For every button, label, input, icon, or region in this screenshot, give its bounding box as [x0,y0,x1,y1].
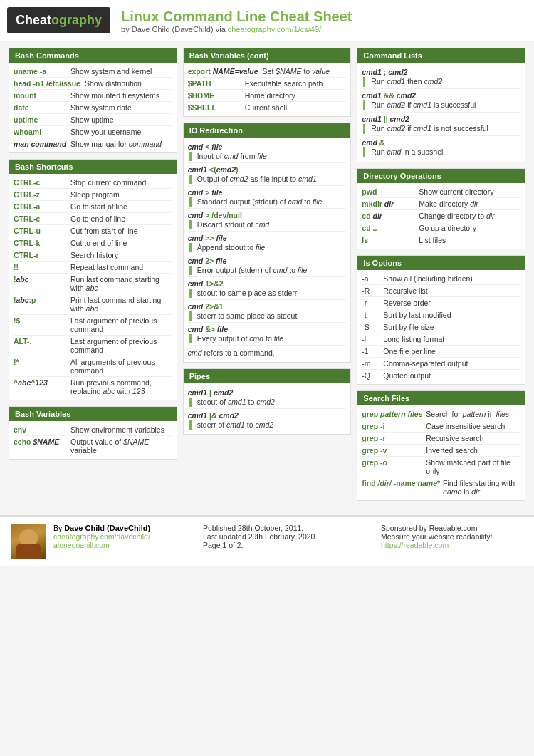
pipe-desc: stderr of cmd1 to cmd2 [189,420,347,430]
cheatography-link[interactable]: cheatography.com/1/cs/49/ [228,25,321,33]
ls-options-section: ls Options -a Show all (including hidden… [357,255,525,385]
io-cmd: cmd 2>&1 [188,301,347,311]
cmd-desc: Show manual for command [70,140,172,148]
footer-publication: Published 28th October, 2011. Last updat… [203,524,374,549]
io-cmd: cmd 1>&2 [188,279,347,289]
cmd-key: !$ [14,316,70,325]
table-row: grep -i Case insensitive search [362,420,520,433]
cmd-key: export NAME=value [188,67,263,76]
table-row: CTRL-c Stop current command [14,177,172,189]
cmd-key: echo $NAME [14,437,70,446]
table-row: -r Reverse order [362,297,520,309]
cmd-desc: Output value of $NAME variable [70,437,172,455]
cmd-key: cd .. [362,224,419,232]
cmd-desc: Show uptime [70,115,172,124]
footer-sponsor: Sponsored by Readable.com Measure your w… [381,524,523,549]
cmd-key: CTRL-a [14,202,70,211]
table-row: !$ Last argument of previous command [14,315,172,336]
sf-key: grep -i [362,422,426,430]
main-content: Bash Commands uname -a Show system and k… [0,42,534,512]
cl-cmd: cmd & [362,138,520,147]
table-row: cmd >> file Append stdout to file [188,232,347,254]
bash-variables-body: env Show environment variables echo $NAM… [9,421,177,459]
table-row: CTRL-k Cut to end of line [14,237,172,249]
table-row: pwd Show current directory [362,186,520,198]
table-row: cmd 1>&2 stdout to same place as stderr [188,277,347,300]
ls-desc: Recursive list [383,286,427,295]
sf-desc: Find files starting with name in dir [443,479,520,496]
table-row: -Q Quoted output [362,370,520,381]
table-row: env Show environment variables [14,424,172,436]
author-name: Dave Child (DaveChild) [64,524,150,532]
cmd-desc: Show environment variables [70,425,172,434]
bash-commands-section: Bash Commands uname -a Show system and k… [9,48,177,153]
ls-options-body: -a Show all (including hidden) -R Recurs… [357,270,525,384]
table-row: cmd 2> file Error output (stderr) of cmd… [188,254,347,277]
bash-variables-cont-section: Bash Variables (cont) export NAME=value … [183,48,352,117]
author-label: By Dave Child (DaveChild) [53,524,150,532]
cmd-key: mkdir dir [362,200,419,208]
cl-cmd: cmd1 ; cmd2 [362,67,520,77]
cmd-key: ls [362,236,419,244]
sf-desc: Recursive search [426,434,520,442]
table-row: grep -v Inverted search [362,445,520,457]
cmd-desc: Run previous command, replacing abc with… [70,378,172,395]
io-desc: Standard output (stdout) of cmd to file [189,197,347,207]
sponsor-link[interactable]: https://readable.com [381,541,449,549]
io-redirection-body: cmd < file Input of cmd from file cmd1 <… [184,138,351,362]
cmd-desc: Show distribution [85,79,172,88]
cmd-desc: Print last command starting with abc [70,296,172,313]
updated-text: Last updated 29th February, 2020. [203,532,317,541]
cmd-desc: Executable search path [245,79,347,88]
directory-ops-body: pwd Show current directory mkdir dir Mak… [357,183,525,249]
sf-desc: Inverted search [426,446,520,455]
io-desc: Discard stdout of cmd [189,220,347,229]
table-row: -m Comma-separated output [362,358,520,370]
table-row: cmd1 ; cmd2 Run cmd1 then cmd2 [362,66,520,89]
table-row: ALT-. Last argument of previous command [14,336,172,356]
cmd-desc: Search history [70,251,172,259]
ls-desc: Reverse order [383,299,431,307]
io-cmd: cmd > file [188,187,347,197]
table-row: export NAME=value Set $NAME to value [188,66,347,78]
pipe-cmd: cmd1 | cmd2 [188,388,347,398]
pipes-section: Pipes cmd1 | cmd2 stdout of cmd1 to cmd2… [183,368,352,435]
cmd-key: $HOME [188,91,245,100]
search-files-body: grep pattern files Search for pattern in… [357,405,525,500]
ls-options-header: ls Options [357,256,525,270]
cl-cmd: cmd1 || cmd2 [362,114,520,124]
io-desc: stderr to same place as stdout [189,311,347,321]
page-text: Page 1 of 2. [203,541,244,549]
table-row: date Show system date [14,102,172,114]
bash-variables-cont-header: Bash Variables (cont) [184,48,351,63]
table-row: find /dir/ -name name* Find files starti… [362,477,520,497]
cmd-key: cd dir [362,212,419,220]
ls-desc: Show all (including hidden) [383,274,473,283]
ls-key: -a [362,274,383,283]
command-lists-body: cmd1 ; cmd2 Run cmd1 then cmd2 cmd1 && c… [357,63,525,162]
cmd-key: CTRL-c [14,178,70,187]
table-row: cd .. Go up a directory [362,222,520,234]
table-row: mkdir dir Make directory dir [362,198,520,210]
sf-key: grep pattern files [362,410,426,418]
cmd-desc: Stop current command [70,178,172,187]
table-row: -S Sort by file size [362,321,520,333]
bash-variables-cont-body: export NAME=value Set $NAME to value $PA… [184,63,351,116]
io-cmd: cmd 2> file [188,256,347,266]
table-row: grep -r Recursive search [362,433,520,445]
table-row: cmd & Run cmd in a subshell [362,136,520,159]
cmd-desc: Go up a directory [419,224,520,232]
bash-shortcuts-header: Bash Shortcuts [9,160,177,174]
cmd-desc: Change directory to dir [419,212,520,220]
table-row: cmd &> file Every output of cmd to file [188,323,347,346]
cmd-key: $PATH [188,79,245,88]
table-row: grep -o Show matched part of file only [362,457,520,477]
command-lists-header: Command Lists [357,48,525,63]
author-link-2[interactable]: aloneonahill.com [53,541,110,549]
sf-key: find /dir/ -name name* [362,479,443,487]
io-cmd: cmd1 <(cmd2) [188,165,347,175]
table-row: CTRL-e Go to end of line [14,213,172,225]
cmd-desc: Repeat last command [70,263,172,271]
cmd-desc: Go to end of line [70,214,172,223]
author-link-1[interactable]: cheatography.com/davechild/ [53,532,150,541]
